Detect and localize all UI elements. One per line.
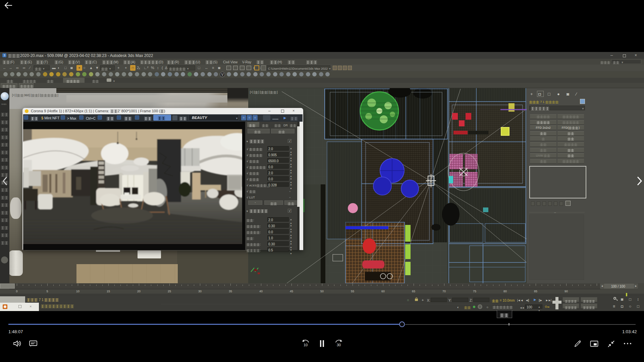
svg-text:10: 10 [304, 343, 308, 347]
svg-text:30: 30 [337, 343, 341, 347]
